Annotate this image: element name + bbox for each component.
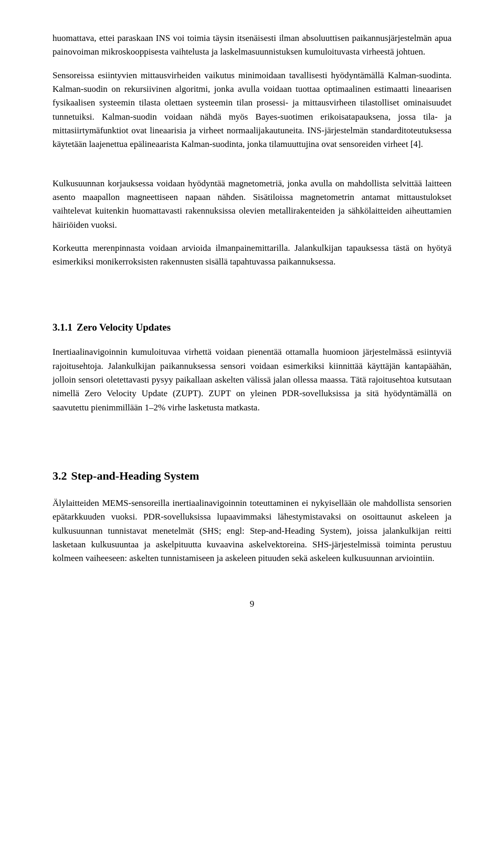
section-32-heading: 3.2Step-and-Heading System [52,467,452,485]
spacer-3 [52,424,452,440]
page-number: 9 [52,597,452,611]
spacer-2 [52,279,452,294]
section-311-title: Zero Velocity Updates [77,322,171,333]
paragraph-4: Korkeutta merenpinnasta voidaan arvioida… [52,241,452,269]
page: huomattava, ettei paraskaan INS voi toim… [0,0,504,868]
section-32-title: Step-and-Heading System [71,469,200,482]
spacer-1 [52,161,452,177]
paragraph-2: Sensoreissa esiintyvien mittausvirheiden… [52,69,452,152]
section-311-number: 3.1.1 [52,322,72,333]
paragraph-3: Kulkusuunnan korjauksessa voidaan hyödyn… [52,177,452,232]
paragraph-311: Inertiaalinavigoinnin kumuloituvaa virhe… [52,345,452,415]
section-32-number: 3.2 [52,469,67,482]
section-311-heading: 3.1.1Zero Velocity Updates [52,320,452,335]
paragraph-32: Älylaitteiden MEMS-sensoreilla inertiaal… [52,496,452,566]
paragraph-1: huomattava, ettei paraskaan INS voi toim… [52,31,452,59]
